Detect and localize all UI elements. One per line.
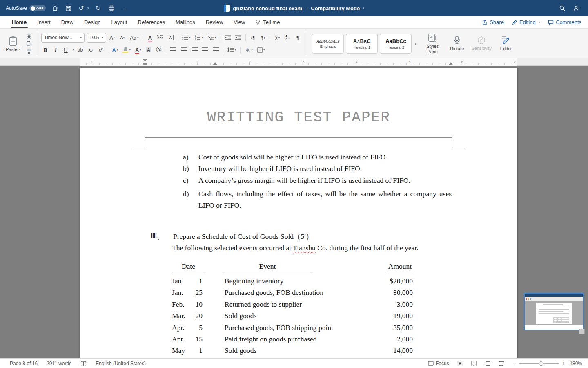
search-icon[interactable]: [559, 4, 566, 12]
comments-button[interactable]: Comments: [548, 19, 581, 25]
more-commands-icon[interactable]: ···: [121, 4, 128, 12]
change-case-chevron-icon: ▾: [137, 36, 139, 39]
zoom-in-button[interactable]: +: [562, 361, 565, 366]
align-right-button[interactable]: [190, 45, 199, 54]
bullets-button[interactable]: ▾: [181, 33, 192, 42]
tell-me-button[interactable]: Tell me: [250, 16, 285, 28]
undo-icon[interactable]: ↺: [78, 4, 85, 12]
thumbnail-resize-handle[interactable]: [579, 329, 585, 334]
zoom-control: − + 180%: [513, 361, 582, 366]
sensitivity-button[interactable]: Sensitivity: [470, 32, 493, 56]
justify-button[interactable]: [201, 45, 209, 54]
copy-button[interactable]: [25, 40, 33, 47]
proofing-status-icon[interactable]: [80, 361, 87, 366]
cell-month: Feb.: [172, 298, 192, 310]
underline-button[interactable]: U: [62, 45, 70, 54]
phonetic-guide-button[interactable]: abc: [156, 33, 165, 42]
bold-button[interactable]: B: [41, 45, 49, 54]
tab-insert[interactable]: Insert: [32, 16, 56, 28]
shading-button[interactable]: ▾: [243, 45, 254, 54]
clear-formatting-button[interactable]: A: [146, 33, 154, 42]
left-to-right-paragraph-button[interactable]: ›¶: [249, 33, 257, 42]
line-spacing-button[interactable]: ▾: [226, 45, 238, 54]
tab-layout[interactable]: Layout: [106, 16, 132, 28]
show-paragraph-marks-button[interactable]: ¶: [294, 33, 302, 42]
character-border-button[interactable]: A: [167, 33, 175, 42]
undo-menu-chevron-icon[interactable]: ▾: [87, 7, 89, 10]
document-title: ghizlane henoud final exam: [233, 5, 302, 11]
text-effects-button[interactable]: A▾: [111, 45, 120, 54]
page-indicator[interactable]: Page 8 of 16: [10, 361, 38, 366]
character-shading-button[interactable]: A: [145, 45, 153, 54]
align-center-button[interactable]: [180, 45, 188, 54]
italic-button[interactable]: I: [51, 45, 60, 54]
document-page[interactable]: WRITTING TEST PAPER a) Cost of goods sol…: [80, 68, 517, 358]
outline-view-button[interactable]: [485, 361, 491, 366]
home-icon[interactable]: [51, 4, 59, 12]
tab-references[interactable]: References: [133, 16, 170, 28]
share-button[interactable]: Share: [482, 19, 504, 25]
font-color-button[interactable]: A▾: [134, 45, 143, 54]
save-icon[interactable]: [65, 4, 72, 12]
word-count[interactable]: 2911 words: [47, 361, 71, 366]
language-indicator[interactable]: English (United States): [96, 361, 146, 366]
borders-button[interactable]: ▾: [256, 45, 266, 54]
editing-mode-button[interactable]: Editing ▾: [512, 19, 540, 25]
asian-layout-button[interactable]: ╳▾: [273, 33, 281, 42]
underline-chevron-icon[interactable]: ▾: [73, 48, 74, 52]
cut-button[interactable]: [25, 33, 33, 39]
style-emphasis[interactable]: AaBbCcDdEe Emphasis: [312, 34, 344, 54]
sort-button[interactable]: AZ↓: [283, 33, 292, 42]
title-menu-chevron-icon[interactable]: ▾: [363, 7, 364, 10]
tab-view[interactable]: View: [228, 16, 250, 28]
tab-review[interactable]: Review: [200, 16, 229, 28]
styles-pane-button[interactable]: A Styles Pane: [421, 32, 444, 56]
paste-button[interactable]: Paste▾: [4, 31, 22, 56]
print-icon[interactable]: [108, 4, 115, 12]
distribute-text-button[interactable]: [212, 45, 220, 54]
print-layout-view-button[interactable]: [457, 361, 463, 366]
zoom-slider[interactable]: [519, 363, 559, 364]
horizontal-ruler[interactable]: 1 1 2 3 4 5 6 7: [0, 58, 588, 66]
zoom-out-button[interactable]: −: [513, 361, 516, 366]
zoom-percentage[interactable]: 180%: [568, 361, 582, 366]
grow-font-button[interactable]: A˄: [108, 33, 116, 42]
account-icon[interactable]: [573, 4, 581, 12]
zoom-slider-knob[interactable]: [539, 361, 543, 366]
tab-mailings[interactable]: Mailings: [170, 16, 200, 28]
font-name-select[interactable]: Times New...▾: [41, 33, 85, 43]
tab-design[interactable]: Design: [79, 16, 106, 28]
change-case-button[interactable]: Aa▾: [129, 33, 140, 42]
web-layout-view-button[interactable]: [471, 361, 477, 366]
redo-icon[interactable]: ↻: [95, 4, 102, 12]
hanging-indent-marker[interactable]: [213, 62, 217, 65]
align-left-button[interactable]: [169, 45, 178, 54]
format-painter-button[interactable]: [25, 48, 33, 54]
strikethrough-button[interactable]: ab: [76, 45, 85, 54]
decrease-indent-button[interactable]: [223, 33, 232, 42]
increase-indent-button[interactable]: [234, 33, 243, 42]
editor-button[interactable]: Editor: [494, 32, 517, 56]
draft-view-button[interactable]: [499, 361, 505, 366]
superscript-button[interactable]: x²: [97, 45, 105, 54]
dictate-button[interactable]: Dictate: [445, 32, 468, 56]
styles-gallery-more-icon[interactable]: ›: [414, 41, 417, 46]
numbering-button[interactable]: 123 ▾: [194, 33, 205, 42]
right-indent-marker[interactable]: [449, 62, 453, 65]
autosave-toggle[interactable]: OFF: [29, 5, 46, 11]
subscript-button[interactable]: x₂: [87, 45, 95, 54]
left-indent-marker[interactable]: [143, 63, 147, 65]
multilevel-list-button[interactable]: ▾: [207, 33, 218, 42]
font-size-select[interactable]: 10.5▾: [87, 33, 106, 43]
first-line-indent-marker[interactable]: [143, 59, 147, 62]
right-to-left-paragraph-button[interactable]: ¶‹: [259, 33, 267, 42]
shrink-font-button[interactable]: A˅: [118, 33, 127, 42]
enclose-characters-button[interactable]: Ⓐ: [155, 45, 163, 54]
screen-share-thumbnail[interactable]: [524, 293, 584, 330]
tab-home[interactable]: Home: [7, 16, 32, 28]
highlight-color-button[interactable]: ▾: [121, 45, 132, 54]
focus-mode-button[interactable]: Focus: [428, 361, 449, 366]
style-heading-1[interactable]: AaBbC Heading 1: [346, 34, 378, 54]
style-heading-2[interactable]: AaBbCc Heading 2: [380, 34, 412, 54]
tab-draw[interactable]: Draw: [56, 16, 79, 28]
